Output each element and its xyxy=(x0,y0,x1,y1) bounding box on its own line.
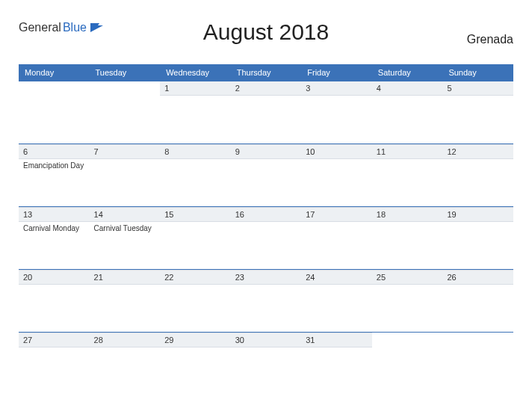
day-number: 31 xyxy=(301,333,372,347)
day-number: 25 xyxy=(372,270,443,285)
day-number xyxy=(442,333,513,337)
calendar-day-cell xyxy=(90,81,161,144)
weekday-header: Tuesday xyxy=(90,64,161,81)
country-label: Grenada xyxy=(467,33,513,46)
weekday-header: Monday xyxy=(19,64,90,81)
event-list: Emancipation Day xyxy=(19,159,90,172)
calendar-day-cell: 29 xyxy=(160,333,231,377)
day-number: 27 xyxy=(19,333,90,347)
header: General Blue August 2018 Grenada xyxy=(19,15,513,60)
day-number: 30 xyxy=(231,333,302,347)
event-list: Carnival Monday xyxy=(19,222,90,235)
day-number: 10 xyxy=(301,144,372,159)
calendar-day-cell: 25 xyxy=(372,270,443,333)
calendar-day-cell: 2 xyxy=(231,81,302,144)
weekday-header: Sunday xyxy=(442,64,513,81)
calendar-week-row: 12345 xyxy=(19,81,513,144)
day-number: 8 xyxy=(160,144,231,159)
day-number: 15 xyxy=(160,207,231,222)
logo-text-general: General xyxy=(19,21,61,34)
calendar-day-cell: 4 xyxy=(372,81,443,144)
calendar-day-cell: 18 xyxy=(372,207,443,270)
day-number: 11 xyxy=(372,144,443,159)
day-number: 4 xyxy=(372,81,443,96)
logo-text-blue: Blue xyxy=(63,21,87,34)
calendar-week-row: 20212223242526 xyxy=(19,270,513,333)
calendar-day-cell: 3 xyxy=(301,81,372,144)
day-number xyxy=(90,81,161,86)
calendar-day-cell: 5 xyxy=(442,81,513,144)
calendar-day-cell: 26 xyxy=(442,270,513,333)
calendar-day-cell: 17 xyxy=(301,207,372,270)
flag-icon xyxy=(90,22,105,33)
day-number: 2 xyxy=(231,81,302,96)
day-number: 26 xyxy=(442,270,513,285)
day-number xyxy=(372,333,443,337)
day-number: 5 xyxy=(442,81,513,96)
event: Emancipation Day xyxy=(23,161,85,170)
day-number: 29 xyxy=(160,333,231,347)
day-number: 9 xyxy=(231,144,302,159)
day-number: 7 xyxy=(90,144,161,159)
event-list: Carnival Tuesday xyxy=(90,222,161,235)
calendar-day-cell: 1 xyxy=(160,81,231,144)
calendar-day-cell: 13Carnival Monday xyxy=(19,207,90,270)
day-number: 13 xyxy=(19,207,90,222)
calendar-day-cell: 12 xyxy=(442,144,513,207)
calendar-day-cell: 11 xyxy=(372,144,443,207)
calendar-week-row: 13Carnival Monday14Carnival Tuesday15161… xyxy=(19,207,513,270)
calendar-day-cell: 14Carnival Tuesday xyxy=(90,207,161,270)
calendar-day-cell xyxy=(372,333,443,377)
day-number: 21 xyxy=(90,270,161,285)
calendar-day-cell: 30 xyxy=(231,333,302,377)
calendar-day-cell: 6Emancipation Day xyxy=(19,144,90,207)
calendar-day-cell: 15 xyxy=(160,207,231,270)
day-number: 19 xyxy=(442,207,513,222)
day-number: 28 xyxy=(90,333,161,347)
day-number: 22 xyxy=(160,270,231,285)
day-number: 14 xyxy=(90,207,161,222)
weekday-header: Wednesday xyxy=(160,64,231,81)
calendar-day-cell: 27 xyxy=(19,333,90,377)
day-number: 12 xyxy=(442,144,513,159)
calendar-day-cell: 31 xyxy=(301,333,372,377)
logo: General Blue xyxy=(19,21,105,34)
day-number: 18 xyxy=(372,207,443,222)
day-number: 16 xyxy=(231,207,302,222)
event: Carnival Monday xyxy=(23,223,85,233)
calendar-day-cell: 7 xyxy=(90,144,161,207)
calendar-day-cell: 22 xyxy=(160,270,231,333)
calendar-day-cell: 8 xyxy=(160,144,231,207)
weekday-header: Saturday xyxy=(372,64,443,81)
calendar-day-cell: 10 xyxy=(301,144,372,207)
event: Carnival Tuesday xyxy=(94,223,156,233)
calendar-day-cell: 16 xyxy=(231,207,302,270)
day-number: 6 xyxy=(19,144,90,159)
calendar-week-row: 2728293031 xyxy=(19,333,513,377)
calendar-day-cell: 24 xyxy=(301,270,372,333)
day-number: 20 xyxy=(19,270,90,285)
calendar-day-cell: 20 xyxy=(19,270,90,333)
calendar-day-cell: 21 xyxy=(90,270,161,333)
calendar-day-cell: 9 xyxy=(231,144,302,207)
day-number xyxy=(19,81,90,86)
calendar-day-cell xyxy=(442,333,513,377)
calendar-day-cell: 19 xyxy=(442,207,513,270)
weekday-header-row: Monday Tuesday Wednesday Thursday Friday… xyxy=(19,64,513,81)
weekday-header: Thursday xyxy=(231,64,302,81)
calendar: Monday Tuesday Wednesday Thursday Friday… xyxy=(19,64,513,377)
day-number: 3 xyxy=(301,81,372,96)
day-number: 23 xyxy=(231,270,302,285)
day-number: 1 xyxy=(160,81,231,96)
day-number: 24 xyxy=(301,270,372,285)
weekday-header: Friday xyxy=(301,64,372,81)
calendar-day-cell: 23 xyxy=(231,270,302,333)
day-number: 17 xyxy=(301,207,372,222)
calendar-day-cell: 28 xyxy=(90,333,161,377)
calendar-week-row: 6Emancipation Day789101112 xyxy=(19,144,513,207)
calendar-day-cell xyxy=(19,81,90,144)
